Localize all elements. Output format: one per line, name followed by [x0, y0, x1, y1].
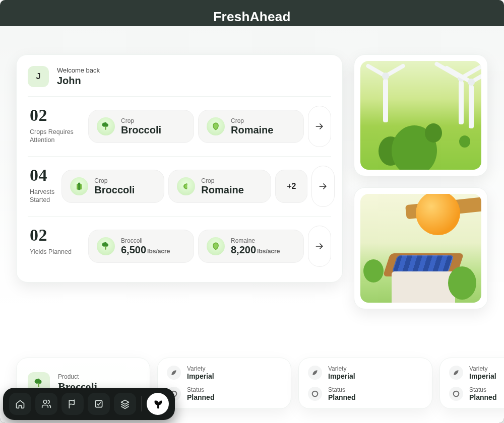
crop-tile[interactable]: Crop Romaine: [198, 110, 304, 143]
crop-tile-name: Romaine: [231, 124, 273, 135]
metric-count: 02: [30, 106, 81, 125]
yield-tile-name: Romaine: [231, 237, 280, 244]
leafy-icon: [177, 177, 195, 195]
metric-label: Crops Requires Attention: [30, 128, 81, 145]
more-crops-tile[interactable]: +2: [275, 170, 307, 203]
metric-count: 02: [30, 226, 81, 245]
metric-row-harvests: 04 Harvests Started Crop Broccoli: [28, 157, 331, 217]
svg-point-13: [312, 391, 318, 397]
dock-layers-button[interactable]: [114, 393, 136, 415]
welcome-header: J Welcome back John: [28, 66, 331, 97]
bottom-dock: [3, 388, 175, 420]
status-value: Planned: [328, 393, 355, 401]
svg-point-10: [37, 379, 40, 382]
solar-illustration: [360, 194, 481, 303]
status-icon: [449, 387, 463, 401]
crop-tile-name: Broccoli: [94, 184, 135, 195]
dock-sprout-button[interactable]: [147, 393, 169, 415]
yield-tile[interactable]: Broccoli 6,500lbs/acre: [88, 230, 194, 263]
yield-tile[interactable]: Romaine 8,200lbs/acre: [198, 230, 304, 263]
promo-card-solar[interactable]: [354, 187, 488, 309]
arrow-next-button[interactable]: [311, 166, 335, 207]
status-value: Planned: [469, 393, 496, 401]
product-label: Product: [58, 373, 97, 380]
dock-tasks-button[interactable]: [88, 393, 110, 415]
crop-tile-label: Crop: [94, 177, 135, 184]
yield-tile-name: Broccoli: [121, 237, 170, 244]
status-value: Planned: [187, 393, 214, 401]
broccoli-icon: [97, 237, 115, 255]
crop-tile-name: Broccoli: [121, 124, 161, 135]
status-label: Status: [469, 386, 496, 393]
svg-rect-3: [105, 126, 106, 130]
variety-label: Variety: [187, 365, 214, 372]
svg-rect-15: [95, 400, 102, 407]
product-card[interactable]: Variety Imperial Status Planned: [439, 358, 504, 409]
lettuce-icon: [207, 237, 225, 255]
welcome-greeting: Welcome back: [57, 66, 100, 74]
variety-label: Variety: [328, 365, 355, 372]
variety-value: Imperial: [328, 372, 355, 380]
status-icon: [308, 387, 322, 401]
crop-tile-name: Romaine: [201, 184, 243, 195]
arrow-right-icon: [314, 241, 325, 251]
sprout-icon: [152, 398, 163, 409]
crop-tile[interactable]: Crop Romaine: [168, 170, 271, 203]
dock-people-button[interactable]: [35, 393, 57, 415]
leaf-icon: [449, 366, 463, 380]
metric-row-attention: 02 Crops Requires Attention Crop Broccol…: [28, 97, 331, 157]
dock-flag-button[interactable]: [61, 393, 84, 415]
product-card[interactable]: Variety Imperial Status Planned: [298, 358, 432, 409]
svg-rect-11: [38, 383, 39, 387]
broccoli-icon: [97, 117, 115, 135]
dock-home-button[interactable]: [9, 393, 31, 415]
welcome-name: John: [57, 75, 100, 87]
layers-icon: [120, 399, 130, 409]
svg-point-14: [454, 391, 459, 397]
metric-label: Harvests Started: [30, 188, 54, 204]
metric-label: Yields Planned: [30, 248, 81, 264]
leafy-icon: [70, 177, 88, 195]
status-label: Status: [328, 386, 355, 393]
variety-value: Imperial: [187, 372, 214, 380]
arrow-right-icon: [314, 121, 325, 131]
flag-icon: [68, 399, 78, 409]
crop-tile[interactable]: Crop Broccoli: [88, 110, 194, 143]
crop-tile-label: Crop: [121, 117, 161, 124]
checklist-icon: [94, 399, 104, 409]
dashboard-card: J Welcome back John 02 Crops Requires At…: [16, 54, 343, 283]
leaf-icon: [308, 366, 322, 380]
brand-title: FreshAhead: [213, 9, 290, 25]
leaf-icon: [167, 366, 181, 380]
status-label: Status: [187, 386, 214, 393]
svg-rect-7: [105, 246, 106, 250]
crop-tile[interactable]: Crop Broccoli: [61, 170, 164, 203]
yield-tile-value: 8,200lbs/acre: [231, 244, 280, 255]
people-icon: [41, 399, 51, 409]
product-card[interactable]: Variety Imperial Status Planned: [157, 358, 291, 409]
wind-illustration: [360, 61, 481, 170]
dock-separator: [141, 396, 142, 411]
variety-label: Variety: [469, 365, 496, 372]
crop-tile-label: Crop: [231, 117, 273, 124]
arrow-next-button[interactable]: [308, 106, 331, 147]
metric-count: 04: [30, 166, 54, 185]
metric-row-yields: 02 Yields Planned Broccoli 6,500lbs/acre: [28, 217, 331, 276]
promo-card-wind[interactable]: [354, 54, 488, 176]
variety-value: Imperial: [469, 372, 496, 380]
svg-point-2: [104, 122, 107, 125]
avatar[interactable]: J: [28, 66, 49, 87]
lettuce-icon: [207, 117, 225, 135]
home-icon: [15, 399, 25, 409]
arrow-right-icon: [318, 181, 328, 191]
arrow-next-button[interactable]: [308, 226, 331, 267]
crop-tile-label: Crop: [201, 177, 243, 184]
yield-tile-value: 6,500lbs/acre: [121, 244, 170, 255]
svg-point-6: [104, 242, 107, 245]
